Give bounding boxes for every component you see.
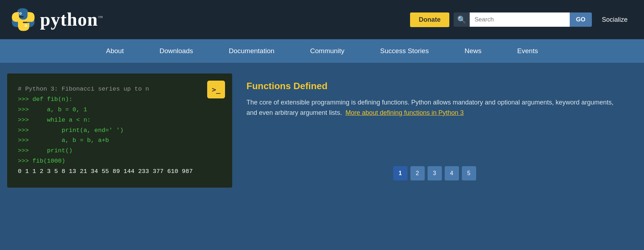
page-button-5[interactable]: 5 (462, 166, 476, 180)
code-line-4: >>> while a < n: (18, 115, 221, 126)
page-button-1[interactable]: 1 (393, 166, 408, 180)
nav-item-about[interactable]: About (88, 39, 142, 63)
code-prompt: >>> (18, 158, 33, 164)
code-line-7: >>> print() (18, 146, 221, 156)
python-wordmark: python™ (40, 10, 103, 29)
nav-item-downloads[interactable]: Downloads (141, 39, 211, 63)
code-prompt: >>> (18, 127, 33, 134)
code-prompt: >>> (18, 137, 33, 144)
code-content: a, b = b, a+b (33, 137, 109, 144)
code-content: a, b = 0, 1 (33, 106, 87, 113)
search-input[interactable] (470, 12, 570, 27)
page-button-4[interactable]: 4 (445, 166, 459, 180)
page-button-3[interactable]: 3 (428, 166, 442, 180)
nav-item-success-stories[interactable]: Success Stories (362, 39, 446, 63)
code-content: print(a, end=' ') (33, 127, 124, 134)
code-line-2: >>> def fib(n): (18, 95, 221, 105)
logo-area: python™ (11, 7, 410, 32)
pagination: 1 2 3 4 5 (246, 166, 623, 180)
nav-item-documentation[interactable]: Documentation (211, 39, 292, 63)
code-line-5: >>> print(a, end=' ') (18, 126, 221, 136)
main-content: >_ # Python 3: Fibonacci series up to n … (0, 63, 644, 198)
code-keyword: def fib(n): (33, 96, 73, 103)
svg-point-3 (25, 25, 26, 26)
socialize-button[interactable]: Socialize (596, 12, 633, 27)
code-line-output: 0 1 1 2 3 5 8 13 21 34 55 89 144 233 377… (18, 167, 221, 177)
panel-description: The core of extensible programming is de… (246, 97, 623, 118)
go-button[interactable]: GO (570, 12, 592, 27)
site-title: python™ (40, 10, 103, 29)
search-area: 🔍 GO (454, 12, 592, 27)
terminal-button[interactable]: >_ (207, 81, 225, 98)
header: python™ Donate 🔍 GO Socialize (0, 0, 644, 39)
code-content: fib(1000) (33, 158, 65, 164)
nav-item-community[interactable]: Community (292, 39, 362, 63)
more-info-link[interactable]: More about defining functions in Python … (345, 109, 464, 116)
code-output: 0 1 1 2 3 5 8 13 21 34 55 89 144 233 377… (18, 168, 193, 175)
info-panel: Functions Defined The core of extensible… (232, 73, 637, 188)
page-button-2[interactable]: 2 (410, 166, 425, 180)
code-line-8: >>> fib(1000) (18, 156, 221, 167)
header-right: Donate 🔍 GO Socialize (410, 12, 633, 27)
code-comment: # Python 3: Fibonacci series up to n (18, 86, 149, 92)
code-content: print() (33, 147, 73, 154)
nav-item-events[interactable]: Events (499, 39, 556, 63)
code-prompt: >>> (18, 147, 33, 154)
trademark-symbol: ™ (98, 15, 103, 20)
svg-point-1 (20, 13, 21, 14)
nav-item-news[interactable]: News (447, 39, 500, 63)
code-prompt: >>> (18, 117, 33, 123)
code-prompt: >>> (18, 96, 33, 103)
code-line-6: >>> a, b = b, a+b (18, 136, 221, 146)
code-panel: >_ # Python 3: Fibonacci series up to n … (7, 73, 232, 188)
panel-title: Functions Defined (246, 81, 623, 92)
code-line-3: >>> a, b = 0, 1 (18, 105, 221, 115)
donate-button[interactable]: Donate (410, 12, 449, 27)
search-icon: 🔍 (454, 12, 470, 27)
code-content: while a < n: (33, 117, 91, 123)
main-nav: About Downloads Documentation Community … (0, 39, 644, 63)
python-logo-icon (11, 7, 36, 32)
info-content: Functions Defined The core of extensible… (246, 81, 623, 118)
code-prompt: >>> (18, 106, 33, 113)
code-line-1: # Python 3: Fibonacci series up to n (18, 84, 221, 95)
